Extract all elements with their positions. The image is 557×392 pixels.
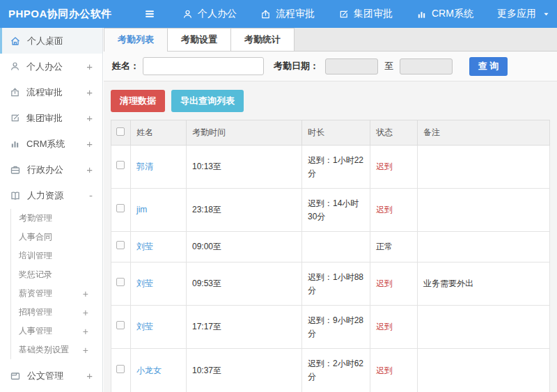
- document-icon: [10, 370, 21, 382]
- expand-plus-icon[interactable]: +: [83, 326, 88, 337]
- row-checkbox-cell: [111, 262, 131, 305]
- briefcase-icon: [10, 164, 21, 175]
- export-list-button[interactable]: 导出查询列表: [171, 90, 244, 112]
- remark-cell: [418, 232, 550, 262]
- sidebar-subitem[interactable]: 人事合同: [11, 228, 102, 246]
- more-apps-menu[interactable]: 更多应用: [497, 8, 550, 20]
- top-nav-item[interactable]: 流程审批: [260, 8, 315, 20]
- expand-plus-icon[interactable]: +: [86, 112, 93, 124]
- time-cell: 09:53至: [187, 262, 302, 305]
- chart-icon: [416, 9, 427, 19]
- top-nav-item[interactable]: CRM系统: [416, 8, 473, 20]
- sidebar-subitem[interactable]: 考勤管理: [11, 209, 102, 228]
- top-nav-item[interactable]: 集团审批: [338, 8, 393, 20]
- remark-cell: [418, 189, 550, 232]
- remark-cell: [418, 349, 550, 392]
- hamburger-icon[interactable]: [143, 8, 156, 19]
- time-cell: 10:37至: [187, 349, 302, 392]
- row-checkbox[interactable]: [116, 161, 125, 169]
- remark-cell: [418, 146, 550, 189]
- sidebar-item-label: 集团审批: [26, 112, 86, 125]
- sidebar-item[interactable]: 用车管理+: [0, 389, 102, 392]
- employee-name-link[interactable]: 刘莹: [136, 279, 153, 288]
- sidebar-item[interactable]: 集团审批+: [0, 105, 102, 131]
- row-checkbox-cell: [111, 349, 131, 392]
- sidebar-item[interactable]: 流程审批+: [0, 79, 102, 105]
- collapse-minus-icon[interactable]: -: [89, 189, 93, 201]
- top-nav: 个人办公流程审批集团审批CRM系统: [182, 8, 497, 20]
- duration-line: 迟到：14小时30分: [308, 198, 359, 221]
- name-cell: 刘莹: [131, 262, 187, 305]
- expand-plus-icon[interactable]: +: [86, 370, 93, 382]
- sidebar-subitem-label: 薪资管理: [19, 288, 52, 299]
- sidebar-item-label: 行政办公: [27, 164, 86, 176]
- tab-attendance-settings[interactable]: 考勤设置: [167, 28, 231, 51]
- date-to-input[interactable]: [400, 58, 453, 75]
- employee-name-link[interactable]: 刘莹: [136, 242, 153, 251]
- share-icon: [10, 87, 20, 97]
- employee-name-link[interactable]: 郭清: [136, 162, 153, 171]
- name-input[interactable]: [143, 57, 264, 75]
- row-checkbox[interactable]: [116, 365, 125, 373]
- status-cell: 正常: [370, 232, 418, 262]
- user-icon: [10, 61, 20, 72]
- sidebar-subitem[interactable]: 人事管理+: [11, 322, 102, 340]
- sidebar-subitem[interactable]: 薪资管理+: [11, 284, 102, 303]
- row-checkbox[interactable]: [116, 321, 125, 329]
- sidebar-item-label: CRM系统: [26, 138, 86, 150]
- tab-attendance-list[interactable]: 考勤列表: [104, 28, 168, 51]
- edit-icon: [338, 9, 349, 19]
- action-bar: 清理数据导出查询列表: [104, 81, 557, 120]
- name-label: 姓名：: [112, 60, 139, 72]
- book-icon: [10, 190, 21, 201]
- sidebar-item[interactable]: CRM系统+: [0, 131, 102, 157]
- status-badge: 迟到: [376, 366, 393, 375]
- sidebar-subitem[interactable]: 招聘管理+: [11, 303, 102, 322]
- sidebar-item[interactable]: 公文管理+: [0, 363, 102, 389]
- status-badge: 迟到: [376, 162, 393, 171]
- sidebar-subitem-label: 招聘管理: [19, 306, 52, 318]
- column-header: 考勤时间: [187, 120, 302, 146]
- table-row: 刘莹09:53至迟到：1小时88分迟到业务需要外出: [111, 262, 550, 305]
- expand-plus-icon[interactable]: +: [83, 288, 88, 299]
- table-row: 刘莹17:17至迟到：9小时28分迟到: [111, 306, 550, 349]
- sidebar-subitem[interactable]: 培训管理: [11, 246, 102, 265]
- name-cell: 郭清: [131, 146, 187, 189]
- row-checkbox[interactable]: [116, 241, 125, 249]
- employee-name-link[interactable]: jim: [136, 205, 147, 214]
- expand-plus-icon[interactable]: +: [83, 307, 88, 318]
- clear-data-button[interactable]: 清理数据: [111, 90, 165, 112]
- sidebar-item[interactable]: 个人桌面: [0, 28, 102, 54]
- row-checkbox[interactable]: [116, 204, 125, 212]
- duration-cell: 迟到：2小时62分: [302, 349, 370, 392]
- to-label: 至: [384, 60, 393, 72]
- table-header-row: 姓名考勤时间时长状态备注: [111, 120, 550, 146]
- edit-icon: [10, 113, 20, 123]
- select-all-checkbox[interactable]: [116, 127, 125, 136]
- expand-plus-icon[interactable]: +: [86, 138, 93, 150]
- date-from-input[interactable]: [325, 58, 378, 75]
- sidebar-subitem[interactable]: 基础类别设置+: [11, 340, 102, 359]
- status-cell: 迟到: [370, 349, 418, 392]
- duration-line: 迟到：9小时28分: [308, 315, 363, 338]
- duration-cell: 迟到：1小时88分: [302, 262, 370, 305]
- name-cell: 刘莹: [131, 306, 187, 349]
- top-nav-item[interactable]: 个人办公: [182, 8, 237, 20]
- expand-plus-icon[interactable]: +: [86, 164, 93, 175]
- expand-plus-icon[interactable]: +: [83, 345, 88, 356]
- time-cell: 09:00至: [187, 232, 302, 262]
- tab-attendance-stats[interactable]: 考勤统计: [230, 28, 295, 51]
- sidebar: 个人桌面个人办公+流程审批+集团审批+CRM系统+行政办公+人力资源-考勤管理人…: [0, 28, 103, 392]
- sidebar-subitem[interactable]: 奖惩记录: [11, 265, 102, 284]
- sidebar-item[interactable]: 行政办公+: [0, 157, 102, 182]
- sidebar-item[interactable]: 人力资源-: [0, 182, 102, 208]
- row-checkbox[interactable]: [116, 278, 125, 286]
- column-header: 备注: [418, 120, 550, 146]
- sidebar-item-label: 流程审批: [26, 86, 86, 99]
- employee-name-link[interactable]: 小龙女: [136, 366, 162, 375]
- search-button[interactable]: 查 询: [469, 57, 508, 76]
- employee-name-link[interactable]: 刘莹: [136, 322, 153, 331]
- expand-plus-icon[interactable]: +: [86, 86, 93, 98]
- sidebar-item[interactable]: 个人办公+: [0, 54, 102, 79]
- expand-plus-icon[interactable]: +: [86, 61, 93, 72]
